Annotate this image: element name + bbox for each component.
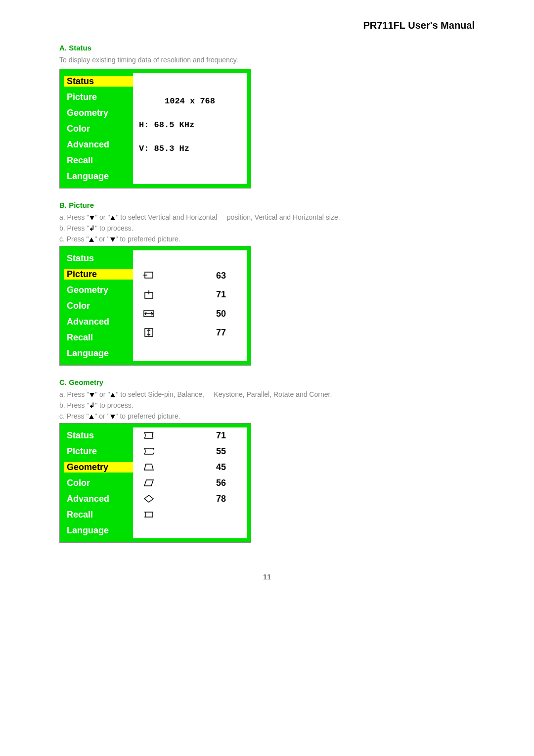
osd-status: Status Picture Geometry Color Advanced R…	[59, 69, 251, 189]
osd-geometry: Status Picture Geometry Color Advanced R…	[59, 423, 251, 543]
geometry-row: 55	[133, 443, 247, 459]
enter-icon: ↲	[89, 401, 95, 409]
menu-advanced: Advanced	[64, 317, 133, 327]
text: " to process.	[95, 224, 133, 232]
text: b. Press "	[59, 224, 89, 232]
menu-geometry: Geometry	[64, 108, 133, 118]
menu-picture: Picture	[64, 446, 133, 457]
geometry-row	[133, 507, 247, 522]
section-c-heading: C. Geometry	[59, 378, 475, 386]
menu-advanced: Advanced	[64, 140, 133, 150]
geometry-val-4: 78	[159, 494, 241, 504]
geometry-val-3: 56	[159, 478, 241, 488]
sidepin-icon	[139, 431, 159, 439]
hsize-icon	[139, 309, 159, 318]
text-extra: position, Vertical and Horizontal size.	[227, 213, 340, 221]
section-b-step-a: a. Press "" or "" to select Vertical and…	[59, 213, 475, 221]
section-c-step-b: b. Press "↲" to process.	[59, 401, 475, 409]
osd-picture: Status Picture Geometry Color Advanced R…	[59, 246, 251, 366]
svg-marker-8	[144, 464, 153, 470]
menu-recall: Recall	[64, 332, 133, 343]
picture-row: 63	[133, 266, 247, 285]
text-extra: Keystone, Parallel, Rotate and Corner.	[214, 390, 332, 398]
menu-recall: Recall	[64, 510, 133, 520]
status-hfreq: H: 68.5 KHz	[133, 113, 247, 137]
geometry-val-1: 55	[159, 446, 241, 457]
picture-row: 71	[133, 285, 247, 304]
picture-val-2: 50	[159, 309, 241, 319]
down-arrow-icon	[89, 216, 94, 220]
text: " or "	[95, 213, 110, 221]
text: c. Press "	[59, 412, 89, 420]
menu-picture: Picture	[64, 269, 133, 280]
up-arrow-icon	[89, 415, 94, 419]
geometry-row: 78	[133, 491, 247, 507]
down-arrow-icon	[110, 237, 115, 242]
section-a-heading: A. Status	[59, 44, 475, 52]
menu-geometry: Geometry	[64, 462, 133, 472]
menu-status: Status	[64, 76, 133, 87]
section-b-step-b: b. Press "↲" to process.	[59, 224, 475, 232]
section-a-desc: To display existing timing data of resol…	[59, 56, 475, 64]
text: b. Press "	[59, 401, 89, 409]
up-arrow-icon	[89, 237, 94, 242]
text: a. Press "	[59, 213, 89, 221]
menu-color: Color	[64, 301, 133, 311]
section-b-heading: B. Picture	[59, 201, 475, 209]
status-resolution: 1024 x 768	[133, 89, 247, 113]
keystone-icon	[139, 463, 159, 471]
picture-val-0: 63	[159, 271, 241, 281]
menu-geometry: Geometry	[64, 285, 133, 295]
text: " to preferred picture.	[116, 235, 180, 243]
corner-icon	[139, 511, 159, 519]
rotate-icon	[139, 495, 159, 503]
enter-icon: ↲	[89, 224, 95, 232]
up-arrow-icon	[110, 393, 115, 397]
menu-language: Language	[64, 525, 133, 536]
menu-recall: Recall	[64, 155, 133, 166]
text: a. Press "	[59, 390, 89, 398]
picture-row: 77	[133, 323, 247, 342]
geometry-row: 56	[133, 475, 247, 491]
picture-val-3: 77	[159, 328, 241, 338]
picture-row: 50	[133, 304, 247, 323]
geometry-row: 71	[133, 427, 247, 443]
picture-val-1: 71	[159, 289, 241, 300]
menu-advanced: Advanced	[64, 494, 133, 504]
parallel-icon	[139, 479, 159, 487]
vsize-icon	[139, 328, 159, 337]
geometry-val-2: 45	[159, 462, 241, 472]
menu-status: Status	[64, 253, 133, 264]
section-c-step-c: c. Press "" or "" to preferred picture.	[59, 412, 475, 420]
hpos-icon	[139, 271, 159, 280]
section-c-step-a: a. Press "" or "" to select Side-pin, Ba…	[59, 390, 475, 398]
up-arrow-icon	[110, 216, 115, 220]
text: " to select Side-pin, Balance,	[116, 390, 204, 398]
down-arrow-icon	[110, 415, 115, 419]
menu-picture: Picture	[64, 92, 133, 102]
text: " or "	[95, 390, 110, 398]
balance-icon	[139, 447, 159, 455]
page-number: 11	[59, 572, 475, 581]
text: " or "	[94, 235, 109, 243]
svg-marker-10	[144, 495, 153, 502]
menu-status: Status	[64, 430, 133, 441]
text: " or "	[94, 412, 109, 420]
geometry-row: 45	[133, 459, 247, 475]
status-vfreq: V: 85.3 Hz	[133, 137, 247, 160]
menu-color: Color	[64, 124, 133, 134]
svg-marker-9	[144, 480, 153, 486]
geometry-val-0: 71	[159, 430, 241, 441]
menu-color: Color	[64, 478, 133, 488]
text: " to process.	[95, 401, 133, 409]
text: " to select Vertical and Horizontal	[116, 213, 217, 221]
menu-language: Language	[64, 171, 133, 182]
vpos-icon	[139, 290, 159, 299]
menu-language: Language	[64, 348, 133, 359]
section-b-step-c: c. Press "" or "" to preferred picture.	[59, 235, 475, 243]
down-arrow-icon	[89, 393, 94, 397]
text: " to preferred picture.	[116, 412, 180, 420]
page-header: PR711FL User's Manual	[59, 20, 475, 31]
text: c. Press "	[59, 235, 89, 243]
